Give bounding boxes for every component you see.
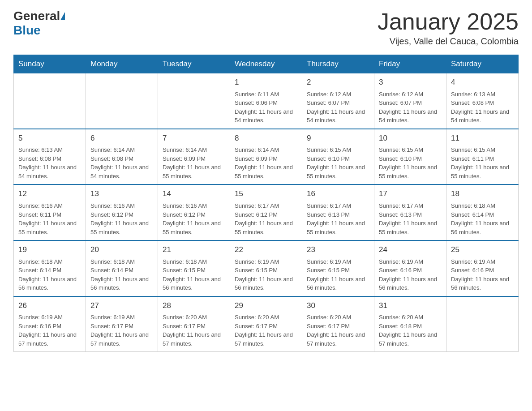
day-cell: 18Sunrise: 6:18 AMSunset: 6:14 PMDayligh… <box>446 184 519 240</box>
week-row-4: 26Sunrise: 6:19 AMSunset: 6:16 PMDayligh… <box>14 296 519 352</box>
day-number: 6 <box>90 133 153 144</box>
logo: General Blue <box>13 9 65 38</box>
day-info: Sunrise: 6:19 AMSunset: 6:16 PMDaylight:… <box>451 257 514 292</box>
day-cell <box>446 296 519 352</box>
day-number: 15 <box>235 188 297 200</box>
header-cell-friday: Friday <box>374 55 446 73</box>
day-number: 28 <box>163 300 225 312</box>
day-number: 31 <box>379 300 442 312</box>
day-number: 13 <box>90 188 153 200</box>
day-number: 16 <box>307 188 369 200</box>
logo-blue-text: Blue <box>13 23 41 38</box>
header-cell-monday: Monday <box>86 55 158 73</box>
day-cell: 22Sunrise: 6:19 AMSunset: 6:15 PMDayligh… <box>230 240 302 296</box>
day-info: Sunrise: 6:14 AMSunset: 6:09 PMDaylight:… <box>163 146 225 180</box>
day-cell: 24Sunrise: 6:19 AMSunset: 6:16 PMDayligh… <box>374 240 446 296</box>
day-number: 7 <box>163 133 225 144</box>
day-number: 9 <box>307 133 369 144</box>
day-info: Sunrise: 6:11 AMSunset: 6:06 PMDaylight:… <box>235 90 297 125</box>
day-number: 30 <box>307 300 369 312</box>
day-cell: 10Sunrise: 6:15 AMSunset: 6:10 PMDayligh… <box>374 129 446 185</box>
day-number: 21 <box>163 244 225 256</box>
header-cell-tuesday: Tuesday <box>158 55 230 73</box>
day-cell: 7Sunrise: 6:14 AMSunset: 6:09 PMDaylight… <box>158 129 230 185</box>
day-info: Sunrise: 6:19 AMSunset: 6:16 PMDaylight:… <box>379 257 442 292</box>
header-cell-saturday: Saturday <box>446 55 519 73</box>
day-cell: 5Sunrise: 6:13 AMSunset: 6:08 PMDaylight… <box>14 129 86 185</box>
day-info: Sunrise: 6:13 AMSunset: 6:08 PMDaylight:… <box>451 90 514 125</box>
day-cell: 21Sunrise: 6:18 AMSunset: 6:15 PMDayligh… <box>158 240 230 296</box>
day-cell: 15Sunrise: 6:17 AMSunset: 6:12 PMDayligh… <box>230 184 302 240</box>
day-info: Sunrise: 6:17 AMSunset: 6:12 PMDaylight:… <box>235 201 297 236</box>
day-cell: 3Sunrise: 6:12 AMSunset: 6:07 PMDaylight… <box>374 73 446 129</box>
day-cell: 9Sunrise: 6:15 AMSunset: 6:10 PMDaylight… <box>302 129 374 185</box>
day-number: 27 <box>90 300 153 312</box>
day-number: 10 <box>379 133 442 144</box>
day-cell: 8Sunrise: 6:14 AMSunset: 6:09 PMDaylight… <box>230 129 302 185</box>
header-row: SundayMondayTuesdayWednesdayThursdayFrid… <box>14 55 519 73</box>
day-info: Sunrise: 6:20 AMSunset: 6:18 PMDaylight:… <box>379 313 442 348</box>
day-info: Sunrise: 6:18 AMSunset: 6:15 PMDaylight:… <box>163 257 225 292</box>
day-number: 1 <box>235 77 297 88</box>
day-info: Sunrise: 6:19 AMSunset: 6:15 PMDaylight:… <box>307 257 369 292</box>
calendar-title: January 2025 <box>378 9 519 34</box>
day-info: Sunrise: 6:18 AMSunset: 6:14 PMDaylight:… <box>451 201 514 236</box>
header: General Blue January 2025 Vijes, Valle d… <box>13 9 519 47</box>
day-cell: 11Sunrise: 6:15 AMSunset: 6:11 PMDayligh… <box>446 129 519 185</box>
day-info: Sunrise: 6:20 AMSunset: 6:17 PMDaylight:… <box>307 313 369 348</box>
day-cell <box>14 73 86 129</box>
day-cell: 29Sunrise: 6:20 AMSunset: 6:17 PMDayligh… <box>230 296 302 352</box>
day-info: Sunrise: 6:15 AMSunset: 6:10 PMDaylight:… <box>379 146 442 180</box>
day-info: Sunrise: 6:17 AMSunset: 6:13 PMDaylight:… <box>307 201 369 236</box>
day-info: Sunrise: 6:18 AMSunset: 6:14 PMDaylight:… <box>18 257 81 292</box>
day-cell <box>158 73 230 129</box>
calendar-subtitle: Vijes, Valle del Cauca, Colombia <box>378 36 519 47</box>
day-number: 12 <box>18 188 81 200</box>
day-cell: 16Sunrise: 6:17 AMSunset: 6:13 PMDayligh… <box>302 184 374 240</box>
day-cell: 12Sunrise: 6:16 AMSunset: 6:11 PMDayligh… <box>14 184 86 240</box>
day-info: Sunrise: 6:19 AMSunset: 6:17 PMDaylight:… <box>90 313 153 348</box>
day-cell: 2Sunrise: 6:12 AMSunset: 6:07 PMDaylight… <box>302 73 374 129</box>
day-cell: 25Sunrise: 6:19 AMSunset: 6:16 PMDayligh… <box>446 240 519 296</box>
day-number: 14 <box>163 188 225 200</box>
day-number: 2 <box>307 77 369 88</box>
calendar-table: SundayMondayTuesdayWednesdayThursdayFrid… <box>13 55 519 352</box>
day-number: 4 <box>451 77 514 88</box>
title-area: January 2025 Vijes, Valle del Cauca, Col… <box>378 9 519 47</box>
week-row-1: 5Sunrise: 6:13 AMSunset: 6:08 PMDaylight… <box>14 129 519 185</box>
day-info: Sunrise: 6:18 AMSunset: 6:14 PMDaylight:… <box>90 257 153 292</box>
day-number: 3 <box>379 77 442 88</box>
day-cell: 17Sunrise: 6:17 AMSunset: 6:13 PMDayligh… <box>374 184 446 240</box>
day-info: Sunrise: 6:15 AMSunset: 6:10 PMDaylight:… <box>307 146 369 180</box>
day-info: Sunrise: 6:14 AMSunset: 6:09 PMDaylight:… <box>235 146 297 180</box>
day-cell: 27Sunrise: 6:19 AMSunset: 6:17 PMDayligh… <box>86 296 158 352</box>
logo-general-text: General <box>13 9 60 23</box>
day-cell: 26Sunrise: 6:19 AMSunset: 6:16 PMDayligh… <box>14 296 86 352</box>
day-cell: 30Sunrise: 6:20 AMSunset: 6:17 PMDayligh… <box>302 296 374 352</box>
day-cell <box>86 73 158 129</box>
day-number: 20 <box>90 244 153 256</box>
day-info: Sunrise: 6:12 AMSunset: 6:07 PMDaylight:… <box>379 90 442 125</box>
day-number: 5 <box>18 133 81 144</box>
day-number: 25 <box>451 244 514 256</box>
header-cell-sunday: Sunday <box>14 55 86 73</box>
day-cell: 23Sunrise: 6:19 AMSunset: 6:15 PMDayligh… <box>302 240 374 296</box>
day-info: Sunrise: 6:16 AMSunset: 6:12 PMDaylight:… <box>90 201 153 236</box>
day-info: Sunrise: 6:20 AMSunset: 6:17 PMDaylight:… <box>163 313 225 348</box>
day-cell: 14Sunrise: 6:16 AMSunset: 6:12 PMDayligh… <box>158 184 230 240</box>
day-info: Sunrise: 6:14 AMSunset: 6:08 PMDaylight:… <box>90 146 153 180</box>
day-number: 19 <box>18 244 81 256</box>
day-info: Sunrise: 6:13 AMSunset: 6:08 PMDaylight:… <box>18 146 81 180</box>
day-cell: 19Sunrise: 6:18 AMSunset: 6:14 PMDayligh… <box>14 240 86 296</box>
week-row-3: 19Sunrise: 6:18 AMSunset: 6:14 PMDayligh… <box>14 240 519 296</box>
day-cell: 31Sunrise: 6:20 AMSunset: 6:18 PMDayligh… <box>374 296 446 352</box>
header-cell-thursday: Thursday <box>302 55 374 73</box>
day-number: 29 <box>235 300 297 312</box>
day-info: Sunrise: 6:17 AMSunset: 6:13 PMDaylight:… <box>379 201 442 236</box>
day-cell: 20Sunrise: 6:18 AMSunset: 6:14 PMDayligh… <box>86 240 158 296</box>
day-number: 18 <box>451 188 514 200</box>
logo-triangle-icon <box>60 12 65 20</box>
day-number: 17 <box>379 188 442 200</box>
day-cell: 1Sunrise: 6:11 AMSunset: 6:06 PMDaylight… <box>230 73 302 129</box>
day-cell: 13Sunrise: 6:16 AMSunset: 6:12 PMDayligh… <box>86 184 158 240</box>
